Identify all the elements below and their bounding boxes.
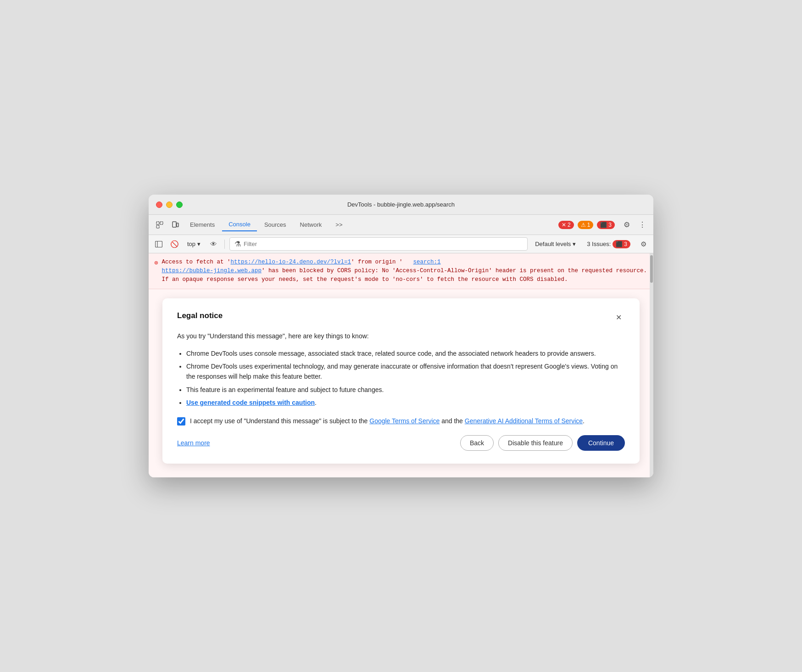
info-badge[interactable]: ⬛ 3 bbox=[597, 221, 615, 229]
title-bar: DevTools - bubble-jingle.web.app/search bbox=[149, 195, 653, 215]
caution-link[interactable]: Use generated code snippets with caution bbox=[186, 399, 315, 406]
levels-selector[interactable]: Default levels ▾ bbox=[530, 239, 580, 249]
ai-tos-link[interactable]: Generative AI Additional Terms of Servic… bbox=[465, 417, 583, 425]
scrollbar-thumb[interactable] bbox=[650, 255, 653, 283]
warning-badge[interactable]: ⚠ 1 bbox=[578, 221, 594, 229]
accept-prefix: I accept my use of "Understand this mess… bbox=[190, 417, 369, 425]
svg-rect-2 bbox=[160, 222, 163, 224]
svg-rect-0 bbox=[156, 222, 159, 224]
issues-icon: ⬛ bbox=[616, 241, 623, 247]
levels-label: Default levels bbox=[535, 241, 571, 247]
context-label: top bbox=[187, 241, 195, 247]
tab-elements[interactable]: Elements bbox=[184, 218, 221, 231]
chevron-down-icon: ▾ bbox=[197, 241, 200, 247]
tab-more[interactable]: >> bbox=[329, 218, 349, 231]
list-item: Chrome DevTools uses console message, as… bbox=[186, 348, 625, 358]
error-text: Access to fetch at 'https://hello-io-24.… bbox=[162, 258, 648, 284]
google-tos-link[interactable]: Google Terms of Service bbox=[369, 417, 440, 425]
warning-icon: ⚠ bbox=[581, 222, 586, 228]
scrollbar[interactable] bbox=[650, 253, 653, 477]
close-dialog-button[interactable]: ✕ bbox=[612, 311, 625, 324]
error-row: ⊗ Access to fetch at 'https://hello-io-2… bbox=[149, 253, 653, 289]
accept-checkbox[interactable] bbox=[177, 417, 185, 426]
svg-rect-4 bbox=[177, 223, 178, 227]
maximize-button[interactable] bbox=[176, 202, 183, 208]
error-badge[interactable]: ✕ 2 bbox=[558, 221, 574, 229]
dialog-header: Legal notice ✕ bbox=[177, 311, 625, 324]
learn-more-button[interactable]: Learn more bbox=[177, 439, 210, 447]
traffic-lights bbox=[156, 202, 183, 208]
accept-row: I accept my use of "Understand this mess… bbox=[177, 416, 625, 426]
issues-count: 3 bbox=[624, 241, 627, 247]
tab-console[interactable]: Console bbox=[222, 218, 257, 231]
list-item: This feature is an experimental feature … bbox=[186, 385, 625, 395]
list-item: Chrome DevTools uses experimental techno… bbox=[186, 361, 625, 382]
error-icon: ✕ bbox=[562, 222, 566, 228]
issues-badge: 3 Issues: ⬛ 3 bbox=[583, 238, 634, 250]
info-icon: ⬛ bbox=[600, 222, 607, 228]
filter-icon: ⚗ bbox=[234, 240, 241, 248]
more-options-icon[interactable]: ⋮ bbox=[635, 218, 650, 232]
warning-count: 1 bbox=[587, 222, 590, 228]
legal-notice-dialog: Legal notice ✕ As you try "Understand th… bbox=[162, 298, 640, 464]
console-toolbar: 🚫 top ▾ 👁 ⚗ Default levels ▾ 3 Issues: ⬛… bbox=[149, 235, 653, 253]
error-source-link[interactable]: search:1 bbox=[413, 259, 441, 265]
tab-network[interactable]: Network bbox=[294, 218, 329, 231]
devtools-window: DevTools - bubble-jingle.web.app/search … bbox=[149, 195, 653, 477]
disable-feature-button[interactable]: Disable this feature bbox=[498, 435, 573, 451]
filter-input[interactable] bbox=[244, 241, 523, 247]
chevron-down-icon: ▾ bbox=[573, 241, 576, 247]
settings-icon[interactable]: ⚙ bbox=[619, 218, 634, 232]
dialog-intro: As you try "Understand this message", he… bbox=[177, 331, 625, 341]
devtools-tabs-bar: Elements Console Sources Network >> ✕ 2 … bbox=[149, 215, 653, 235]
window-title: DevTools - bubble-jingle.web.app/search bbox=[347, 201, 455, 208]
error-mid: ' from origin ' bbox=[351, 259, 410, 265]
minimize-button[interactable] bbox=[166, 202, 173, 208]
dialog-overlay: Legal notice ✕ As you try "Understand th… bbox=[149, 289, 653, 477]
close-button[interactable] bbox=[156, 202, 162, 208]
issues-label: 3 Issues: bbox=[587, 241, 611, 247]
accept-suffix: . bbox=[583, 417, 585, 425]
tab-sources[interactable]: Sources bbox=[258, 218, 293, 231]
back-button[interactable]: Back bbox=[460, 435, 494, 451]
error-url-link[interactable]: https://hello-io-24.deno.dev/?lvl=1 bbox=[230, 259, 351, 265]
filter-box[interactable]: ⚗ bbox=[229, 237, 528, 251]
issues-count-badge[interactable]: ⬛ 3 bbox=[613, 240, 630, 248]
sidebar-toggle-icon[interactable] bbox=[152, 238, 165, 251]
accept-text: I accept my use of "Understand this mess… bbox=[190, 416, 585, 426]
svg-rect-3 bbox=[173, 222, 176, 227]
bubble-jingle-link[interactable]: https://bubble-jingle.web.app bbox=[162, 268, 262, 274]
dialog-title: Legal notice bbox=[177, 311, 223, 320]
dialog-footer: Learn more Back Disable this feature Con… bbox=[177, 435, 625, 451]
list-item-caution: Use generated code snippets with caution… bbox=[186, 398, 625, 408]
svg-rect-5 bbox=[156, 241, 162, 247]
console-settings-icon[interactable]: ⚙ bbox=[637, 238, 650, 251]
footer-buttons: Back Disable this feature Continue bbox=[460, 435, 625, 451]
context-selector[interactable]: top ▾ bbox=[184, 239, 204, 249]
error-circle-icon: ⊗ bbox=[154, 258, 158, 268]
accept-mid: and the bbox=[440, 417, 465, 425]
error-count: 2 bbox=[568, 222, 571, 228]
continue-button[interactable]: Continue bbox=[577, 435, 625, 451]
inspect-element-icon[interactable] bbox=[152, 218, 167, 232]
badge-group: ✕ 2 ⚠ 1 ⬛ 3 bbox=[558, 221, 615, 229]
clear-console-icon[interactable]: 🚫 bbox=[168, 238, 181, 251]
error-prefix: Access to fetch at ' bbox=[162, 259, 230, 265]
device-mode-icon[interactable] bbox=[168, 218, 183, 232]
dialog-list: Chrome DevTools uses console message, as… bbox=[177, 348, 625, 408]
console-content: ⊗ Access to fetch at 'https://hello-io-2… bbox=[149, 253, 653, 477]
svg-rect-1 bbox=[156, 225, 159, 228]
eye-icon[interactable]: 👁 bbox=[207, 238, 220, 251]
caution-suffix: . bbox=[315, 399, 317, 406]
info-count: 3 bbox=[608, 222, 612, 228]
